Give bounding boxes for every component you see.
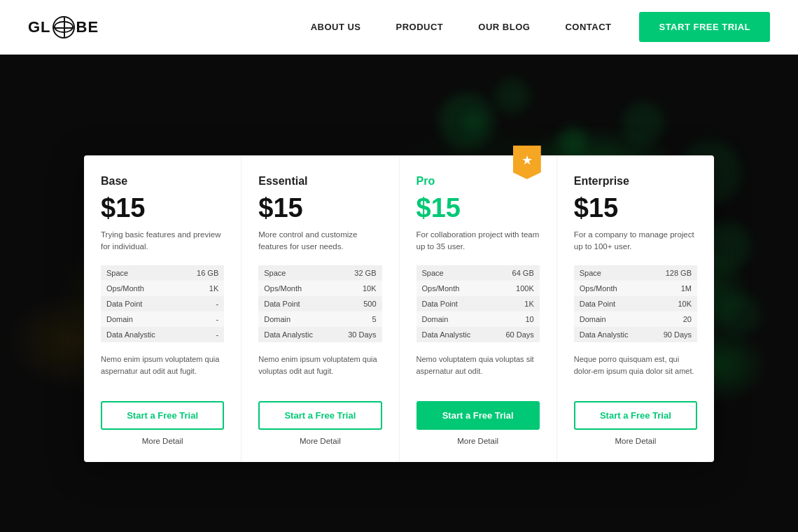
free-trial-button[interactable]: Start a Free Trial (101, 401, 224, 430)
plan-name: Base (101, 175, 224, 188)
feature-value: 1K (181, 281, 225, 296)
feature-row: Ops/Month 10K (258, 281, 382, 296)
feature-value: 128 GB (648, 265, 697, 281)
plan-essential: Essential$15More control and customize f… (241, 155, 399, 462)
feature-value: - (181, 312, 225, 327)
plan-price: $15 (416, 193, 540, 223)
feature-value: - (181, 296, 225, 312)
feature-row: Ops/Month 1M (574, 281, 697, 296)
feature-label: Data Point (258, 296, 332, 312)
feature-value: 100K (491, 281, 540, 296)
nav-contact[interactable]: CONTACT (565, 22, 611, 32)
feature-row: Data Point 500 (258, 296, 382, 312)
feature-label: Data Analystic (101, 327, 181, 342)
plan-name: Pro (416, 175, 540, 188)
feature-label: Data Point (574, 296, 648, 312)
plan-desc: For collaboration project with team up t… (416, 229, 540, 254)
nav-our-blog[interactable]: OUR BLOG (478, 22, 530, 32)
feature-label: Domain (101, 312, 181, 327)
feature-label: Domain (574, 312, 648, 327)
feature-label: Data Analystic (574, 327, 648, 342)
more-detail-link[interactable]: More Detail (574, 437, 697, 445)
feature-label: Space (101, 265, 181, 281)
feature-value: 1K (491, 296, 540, 312)
feature-label: Space (416, 265, 491, 281)
plan-features: Space 128 GB Ops/Month 1M Data Point 10K… (574, 265, 697, 342)
feature-label: Space (574, 265, 648, 281)
feature-value: 32 GB (333, 265, 382, 281)
feature-label: Ops/Month (258, 281, 332, 296)
feature-label: Space (258, 265, 332, 281)
more-detail-link[interactable]: More Detail (258, 437, 382, 445)
feature-row: Data Point 1K (416, 296, 540, 312)
logo-text-gl: GL (28, 18, 51, 36)
feature-row: Space 64 GB (416, 265, 540, 281)
feature-value: 20 (648, 312, 697, 327)
plan-name: Enterprise (574, 175, 697, 188)
more-detail-link[interactable]: More Detail (101, 437, 224, 445)
free-trial-button[interactable]: Start a Free Trial (574, 401, 697, 430)
feature-row: Space 16 GB (101, 265, 224, 281)
plan-body-text: Nemo enim ipsum voluptatem quia voluptas… (258, 354, 382, 387)
feature-label: Data Point (101, 296, 181, 312)
feature-value: 60 Days (491, 327, 540, 342)
feature-value: 10K (648, 296, 697, 312)
more-detail-link[interactable]: More Detail (416, 437, 540, 445)
main-nav: ABOUT US PRODUCT OUR BLOG CONTACT (311, 22, 612, 32)
feature-row: Data Analystic - (101, 327, 224, 342)
free-trial-button[interactable]: Start a Free Trial (258, 401, 382, 430)
feature-row: Space 32 GB (258, 265, 382, 281)
feature-label: Domain (416, 312, 491, 327)
feature-label: Data Point (416, 296, 491, 312)
logo-text-be: BE (76, 18, 99, 36)
plan-body-text: Nemo voluptatem quia voluptas sit aspern… (416, 354, 540, 387)
plan-price: $15 (258, 193, 382, 223)
feature-row: Domain 10 (416, 312, 540, 327)
plan-features: Space 32 GB Ops/Month 10K Data Point 500… (258, 265, 382, 342)
plan-base: Base$15Trying basic features and preview… (84, 155, 241, 462)
feature-row: Data Point 10K (574, 296, 697, 312)
feature-row: Domain 5 (258, 312, 382, 327)
feature-value: 64 GB (491, 265, 540, 281)
globe-icon (52, 16, 75, 38)
pricing-section: Base$15Trying basic features and preview… (84, 155, 714, 462)
feature-row: Space 128 GB (574, 265, 697, 281)
plan-features: Space 16 GB Ops/Month 1K Data Point - Do… (101, 265, 224, 342)
feature-value: 500 (333, 296, 382, 312)
plan-enterprise: Enterprise$15For a company to manage pro… (557, 155, 714, 462)
feature-row: Data Analystic 60 Days (416, 327, 540, 342)
plan-price: $15 (574, 193, 697, 223)
feature-value: 30 Days (333, 327, 382, 342)
feature-row: Data Point - (101, 296, 224, 312)
feature-value: 5 (333, 312, 382, 327)
hero-section: Base$15Trying basic features and preview… (0, 55, 798, 532)
feature-label: Ops/Month (416, 281, 491, 296)
plan-body-text: Neque porro quisquam est, qui dolor-em i… (574, 354, 697, 387)
feature-label: Data Analystic (416, 327, 491, 342)
feature-value: 1M (648, 281, 697, 296)
nav-about-us[interactable]: ABOUT US (311, 22, 361, 32)
logo[interactable]: GL BE (28, 16, 99, 38)
feature-row: Data Analystic 90 Days (574, 327, 697, 342)
feature-value: 16 GB (181, 265, 225, 281)
feature-label: Data Analystic (258, 327, 332, 342)
feature-row: Ops/Month 1K (101, 281, 224, 296)
featured-badge (513, 146, 541, 179)
plan-desc: More control and customize features for … (258, 229, 382, 254)
feature-row: Data Analystic 30 Days (258, 327, 382, 342)
nav-product[interactable]: PRODUCT (396, 22, 444, 32)
plan-name: Essential (258, 175, 382, 188)
feature-value: 10 (491, 312, 540, 327)
plan-desc: For a company to manage project up to 10… (574, 229, 697, 254)
feature-value: - (181, 327, 225, 342)
feature-label: Ops/Month (574, 281, 648, 296)
plan-body-text: Nemo enim ipsum voluptatem quia aspernat… (101, 354, 224, 387)
feature-value: 90 Days (648, 327, 697, 342)
plan-desc: Trying basic features and preview for in… (101, 229, 224, 254)
navbar: GL BE ABOUT US PRODUCT OUR BLOG CONTACT … (0, 0, 798, 55)
start-free-trial-button[interactable]: START FREE TRIAL (639, 12, 770, 42)
feature-label: Ops/Month (101, 281, 181, 296)
feature-row: Ops/Month 100K (416, 281, 540, 296)
free-trial-button[interactable]: Start a Free Trial (416, 401, 540, 430)
feature-value: 10K (333, 281, 382, 296)
